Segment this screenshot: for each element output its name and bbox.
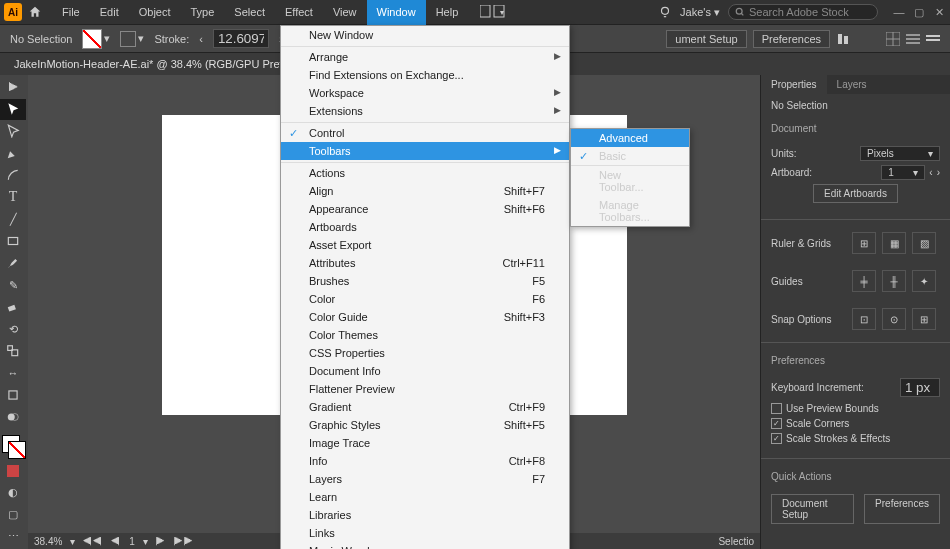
- menu-item[interactable]: Workspace▶: [281, 84, 569, 102]
- pen-tool[interactable]: [0, 143, 26, 164]
- width-tool[interactable]: ↔: [0, 363, 26, 384]
- color-mode-icon[interactable]: [0, 460, 26, 481]
- ruler-icon[interactable]: ⊞: [852, 232, 876, 254]
- panel-menu-icon[interactable]: [926, 32, 940, 46]
- rotate-tool[interactable]: ⟲: [0, 319, 26, 340]
- menu-object[interactable]: Object: [129, 0, 181, 25]
- menu-item[interactable]: CSS Properties: [281, 344, 569, 362]
- menu-item[interactable]: Arrange▶: [281, 46, 569, 66]
- menu-item[interactable]: Extensions▶: [281, 102, 569, 120]
- menu-item[interactable]: Learn: [281, 488, 569, 506]
- snap-pixel-icon[interactable]: ⊡: [852, 308, 876, 330]
- menu-item[interactable]: AttributesCtrl+F11: [281, 254, 569, 272]
- menu-item[interactable]: Image Trace: [281, 434, 569, 452]
- units-select[interactable]: Pixels▾: [860, 146, 940, 161]
- submenu-item[interactable]: New Toolbar...: [571, 165, 689, 196]
- kb-increment-input[interactable]: [900, 378, 940, 397]
- menu-item[interactable]: Toolbars▶: [281, 142, 569, 160]
- scale-strokes-check[interactable]: ✓: [771, 433, 782, 444]
- eraser-tool[interactable]: [0, 297, 26, 318]
- artboard-next[interactable]: ›: [937, 167, 940, 178]
- layout-grid-icon[interactable]: [886, 32, 900, 46]
- bulb-icon[interactable]: [658, 5, 672, 19]
- menu-select[interactable]: Select: [224, 0, 275, 25]
- menu-edit[interactable]: Edit: [90, 0, 129, 25]
- fill-stroke-swatches[interactable]: [2, 435, 28, 460]
- screen-mode-icon[interactable]: ▢: [0, 504, 26, 525]
- menu-help[interactable]: Help: [426, 0, 469, 25]
- menu-item[interactable]: Artboards: [281, 218, 569, 236]
- align-icon[interactable]: [836, 32, 854, 46]
- menu-item[interactable]: AlignShift+F7: [281, 182, 569, 200]
- snap-point-icon[interactable]: ⊙: [882, 308, 906, 330]
- scale-corners-check[interactable]: ✓: [771, 418, 782, 429]
- use-preview-check[interactable]: [771, 403, 782, 414]
- menu-item[interactable]: Magic Wand: [281, 542, 569, 549]
- artboard-select[interactable]: 1▾: [881, 165, 925, 180]
- menu-item[interactable]: New Window: [281, 26, 569, 44]
- menu-item[interactable]: AppearanceShift+F6: [281, 200, 569, 218]
- menu-item[interactable]: Color GuideShift+F3: [281, 308, 569, 326]
- edit-artboards-button[interactable]: Edit Artboards: [813, 184, 898, 203]
- rect-tool[interactable]: [0, 231, 26, 252]
- menu-view[interactable]: View: [323, 0, 367, 25]
- type-tool[interactable]: T: [0, 187, 26, 208]
- artboard-nav-prev1[interactable]: ⯇: [111, 536, 121, 547]
- preferences-button[interactable]: Preferences: [753, 30, 830, 48]
- menu-item[interactable]: GradientCtrl+F9: [281, 398, 569, 416]
- qa-preferences-button[interactable]: Preferences: [864, 494, 940, 524]
- minimize-button[interactable]: —: [892, 6, 906, 19]
- tab-properties[interactable]: Properties: [761, 75, 827, 94]
- doc-setup-button[interactable]: ument Setup: [666, 30, 746, 48]
- menu-item[interactable]: Graphic StylesShift+F5: [281, 416, 569, 434]
- snap-grid-icon[interactable]: ⊞: [912, 308, 936, 330]
- tool-collapse[interactable]: ⯈: [0, 77, 26, 98]
- menu-item[interactable]: Color Themes: [281, 326, 569, 344]
- stroke-value[interactable]: [213, 29, 269, 48]
- line-tool[interactable]: ╱: [0, 209, 26, 230]
- selection-tool[interactable]: [0, 99, 26, 120]
- menu-item[interactable]: Asset Export: [281, 236, 569, 254]
- draw-mode-icon[interactable]: ◐: [0, 482, 26, 503]
- lock-guides-icon[interactable]: ╫: [882, 270, 906, 292]
- stroke-swatch[interactable]: [120, 31, 136, 47]
- layout-list-icon[interactable]: [906, 32, 920, 46]
- transparency-grid-icon[interactable]: ▨: [912, 232, 936, 254]
- menu-item[interactable]: ColorF6: [281, 290, 569, 308]
- scale-tool[interactable]: [0, 341, 26, 362]
- artboard-nav-next[interactable]: ⯈⯈: [174, 536, 194, 547]
- menu-item[interactable]: InfoCtrl+F8: [281, 452, 569, 470]
- menu-file[interactable]: File: [52, 0, 90, 25]
- brush-tool[interactable]: [0, 253, 26, 274]
- artboard-nav-prev[interactable]: ⯇⯇: [83, 536, 103, 547]
- menu-item[interactable]: Links: [281, 524, 569, 542]
- close-button[interactable]: ✕: [932, 6, 946, 19]
- chevron-down-icon[interactable]: ▾: [104, 32, 110, 45]
- direct-select-tool[interactable]: [0, 121, 26, 142]
- user-label[interactable]: Jake's ▾: [680, 6, 720, 19]
- artboard-nav-next1[interactable]: ⯈: [156, 536, 166, 547]
- menu-effect[interactable]: Effect: [275, 0, 323, 25]
- menu-item[interactable]: Document Info: [281, 362, 569, 380]
- submenu-item[interactable]: ✓Basic: [571, 147, 689, 165]
- zoom-level[interactable]: 38.4%: [34, 536, 62, 547]
- submenu-item[interactable]: Manage Toolbars...: [571, 196, 689, 226]
- home-icon[interactable]: [28, 5, 42, 19]
- menu-item[interactable]: Libraries: [281, 506, 569, 524]
- smart-guides-icon[interactable]: ✦: [912, 270, 936, 292]
- artboard-prev[interactable]: ‹: [929, 167, 932, 178]
- chevron-down-icon[interactable]: ▾: [138, 32, 144, 45]
- menu-item[interactable]: Find Extensions on Exchange...: [281, 66, 569, 84]
- arrange-docs-icon[interactable]: ▾: [480, 5, 506, 19]
- guides-icon[interactable]: ╪: [852, 270, 876, 292]
- curvature-tool[interactable]: [0, 165, 26, 186]
- fill-swatch[interactable]: [82, 29, 102, 49]
- menu-type[interactable]: Type: [181, 0, 225, 25]
- shaper-tool[interactable]: ✎: [0, 275, 26, 296]
- artboard-number[interactable]: 1: [129, 536, 135, 547]
- submenu-item[interactable]: Advanced: [571, 129, 689, 147]
- stock-search[interactable]: Search Adobe Stock: [728, 4, 878, 20]
- menu-window[interactable]: Window: [367, 0, 426, 25]
- menu-item[interactable]: ✓Control: [281, 122, 569, 142]
- free-transform-tool[interactable]: [0, 385, 26, 406]
